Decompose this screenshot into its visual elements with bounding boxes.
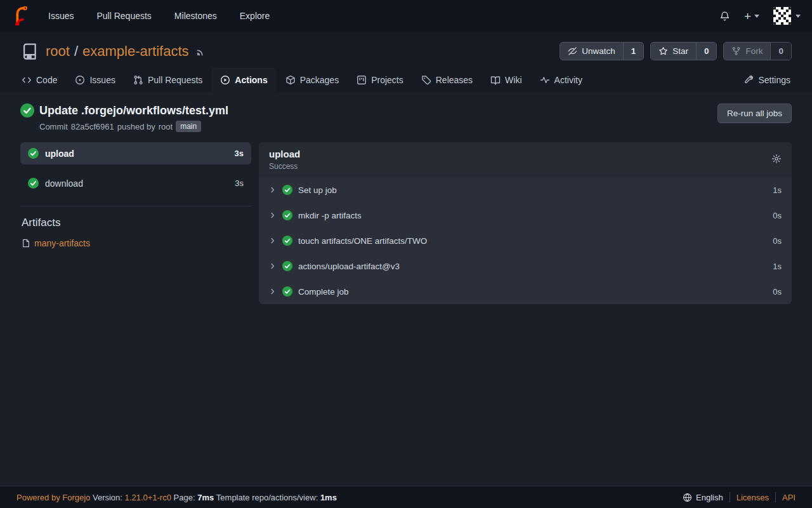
divider	[20, 206, 251, 206]
navbar-right: +	[719, 7, 801, 25]
avatar	[773, 7, 791, 25]
run-commit-line: Commit 82a5cf6961 pushed by root main	[39, 121, 228, 132]
step-row-upload-artifact[interactable]: actions/upload-artifact@v3 1s	[259, 253, 792, 279]
artifacts-heading: Artifacts	[22, 217, 251, 229]
commit-hash-link[interactable]: 82a5cf6961	[71, 122, 114, 131]
jobs-sidebar: upload 3s download 3s Artifacts many-art…	[20, 142, 251, 248]
create-new-menu[interactable]: +	[744, 10, 759, 22]
fork-button[interactable]: Fork 0	[723, 42, 792, 60]
tab-label: Code	[36, 75, 57, 85]
language-menu[interactable]: English	[683, 493, 723, 502]
step-duration: 1s	[773, 262, 782, 271]
success-check-icon	[28, 178, 39, 189]
navbar-menu: Issues Pull Requests Milestones Explore	[48, 11, 270, 21]
language-label: English	[696, 493, 723, 502]
repo-owner-link[interactable]: root	[46, 43, 70, 60]
tab-code[interactable]: Code	[13, 68, 66, 92]
job-item-download[interactable]: download 3s	[20, 172, 251, 194]
step-duration: 0s	[773, 211, 782, 220]
run-header: Update .forgejo/workflows/test.yml Commi…	[20, 104, 792, 132]
eye-slash-icon	[568, 46, 577, 56]
user-menu[interactable]	[773, 7, 801, 25]
success-check-icon	[282, 185, 292, 195]
file-icon	[22, 239, 30, 248]
steps-list: Set up job 1s mkdir -p artifacts 0s touc…	[259, 177, 792, 304]
fork-count[interactable]: 0	[770, 43, 791, 60]
tab-label: Projects	[371, 75, 403, 85]
tab-projects[interactable]: Projects	[348, 68, 412, 92]
commit-author-link[interactable]: root	[159, 122, 173, 131]
chevron-down-icon	[796, 15, 801, 18]
step-name: actions/upload-artifact@v3	[298, 262, 400, 271]
tag-icon	[421, 75, 431, 85]
rerun-all-jobs-button[interactable]: Re-run all jobs	[717, 104, 792, 123]
step-row-mkdir[interactable]: mkdir -p artifacts 0s	[259, 203, 792, 228]
job-item-upload[interactable]: upload 3s	[20, 142, 251, 164]
nav-item-explore[interactable]: Explore	[240, 11, 270, 21]
job-detail-header: upload Success	[259, 142, 792, 177]
version-link[interactable]: 1.21.0+1-rc0	[125, 493, 171, 502]
tools-icon	[743, 75, 754, 85]
commit-prefix: Commit	[39, 122, 68, 131]
chevron-right-icon	[269, 186, 277, 194]
star-label: Star	[672, 46, 688, 56]
step-row-setup-job[interactable]: Set up job 1s	[259, 177, 792, 203]
pulse-icon	[540, 75, 550, 85]
success-check-icon	[28, 148, 39, 159]
fork-label: Fork	[745, 46, 763, 56]
forgejo-logo[interactable]	[11, 6, 30, 25]
job-duration: 3s	[235, 178, 244, 188]
star-count[interactable]: 0	[696, 43, 717, 60]
job-status: Success	[269, 162, 300, 171]
divider	[775, 492, 776, 502]
notifications-bell-icon[interactable]	[719, 11, 730, 22]
job-detail-panel: upload Success Set up job 1s mkdir -p	[259, 142, 792, 304]
licenses-link[interactable]: Licenses	[737, 493, 769, 502]
success-check-icon	[282, 286, 292, 297]
run-title: Update .forgejo/workflows/test.yml	[39, 104, 228, 117]
job-name: download	[45, 178, 83, 189]
pull-request-icon	[133, 75, 143, 85]
step-duration: 1s	[773, 185, 782, 195]
success-check-icon	[282, 261, 292, 271]
step-name: touch artifacts/ONE artifacts/TWO	[298, 236, 427, 246]
artifact-link-many-artifacts[interactable]: many-artifacts	[22, 238, 251, 248]
book-icon	[490, 75, 501, 85]
nav-item-milestones[interactable]: Milestones	[174, 11, 217, 21]
tab-activity[interactable]: Activity	[531, 68, 591, 92]
page-time-value: 7ms	[197, 493, 214, 502]
repo-header: root / example-artifacts Unwatch 1	[0, 32, 812, 92]
main-content: Update .forgejo/workflows/test.yml Commi…	[0, 92, 812, 486]
template-time-value: 1ms	[320, 493, 337, 502]
breadcrumb: root / example-artifacts	[46, 43, 189, 60]
step-row-touch[interactable]: touch artifacts/ONE artifacts/TWO 0s	[259, 228, 792, 253]
branch-badge[interactable]: main	[176, 121, 201, 132]
nav-item-pull-requests[interactable]: Pull Requests	[96, 11, 151, 21]
tab-label: Releases	[436, 75, 473, 85]
success-check-icon	[282, 210, 292, 220]
tab-issues[interactable]: Issues	[66, 68, 124, 92]
tab-label: Actions	[235, 75, 267, 85]
job-duration: 3s	[235, 149, 244, 158]
globe-icon	[683, 493, 692, 502]
unwatch-button[interactable]: Unwatch 1	[560, 42, 644, 60]
repo-name-link[interactable]: example-artifacts	[82, 43, 189, 60]
tab-label: Packages	[300, 75, 339, 85]
powered-by-link[interactable]: Powered by Forgejo	[16, 493, 90, 502]
star-button[interactable]: Star 0	[650, 42, 717, 60]
tab-settings[interactable]: Settings	[735, 68, 799, 92]
tab-actions[interactable]: Actions	[211, 68, 276, 92]
tab-releases[interactable]: Releases	[412, 68, 481, 92]
success-check-icon	[20, 104, 34, 117]
tab-wiki[interactable]: Wiki	[481, 68, 530, 92]
tab-packages[interactable]: Packages	[277, 68, 348, 92]
gear-icon[interactable]	[771, 149, 782, 164]
commit-middle: pushed by	[117, 122, 155, 131]
tab-pull-requests[interactable]: Pull Requests	[124, 68, 211, 92]
step-row-complete-job[interactable]: Complete job 0s	[259, 279, 792, 304]
watch-count[interactable]: 1	[623, 43, 644, 60]
tab-label: Activity	[554, 75, 582, 85]
rss-icon[interactable]	[195, 46, 207, 57]
api-link[interactable]: API	[782, 493, 796, 502]
nav-item-issues[interactable]: Issues	[48, 11, 74, 21]
